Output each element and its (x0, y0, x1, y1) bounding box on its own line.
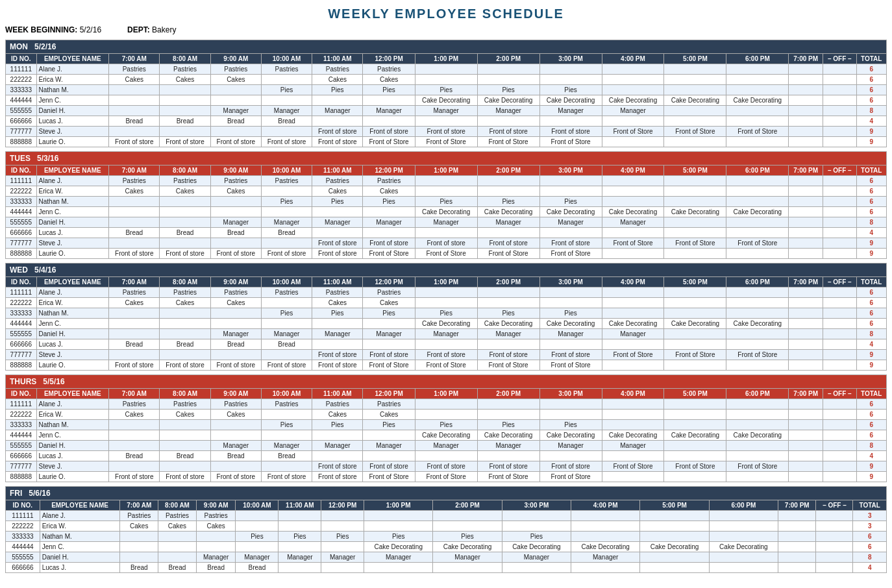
schedule-slot: Front of store (210, 249, 261, 259)
schedule-slot: Pastries (363, 399, 415, 410)
table-row: 222222Erica W.CakesCakesCakesCakesCakes6 (6, 298, 887, 308)
day-table-fri: FRI 5/6/16ID NO.EMPLOYEE NAME7:00 AM8:00… (5, 486, 887, 573)
employee-name: Daniel H. (40, 552, 120, 563)
schedule-slot: Bread (196, 563, 236, 573)
schedule-slot: Bread (261, 451, 312, 461)
schedule-slot (789, 451, 823, 461)
schedule-slot: Manager (210, 329, 261, 339)
schedule-slot (602, 451, 664, 461)
schedule-slot: Front of Store (415, 137, 477, 147)
schedule-slot: Front of store (539, 461, 602, 472)
off-cell (823, 137, 856, 147)
schedule-slot (726, 106, 789, 116)
schedule-slot (210, 308, 261, 319)
schedule-slot: Manager (312, 329, 363, 339)
total-cell: 6 (856, 288, 887, 298)
schedule-slot (363, 339, 415, 350)
schedule-slot (664, 85, 726, 95)
schedule-slot (433, 511, 502, 521)
off-cell (823, 197, 856, 207)
day-table-wed: WED 5/4/16ID NO.EMPLOYEE NAME7:00 AM8:00… (5, 263, 887, 371)
schedule-slot: Manager (539, 441, 602, 451)
schedule-slot (477, 228, 539, 238)
schedule-slot: Front of Store (664, 238, 726, 249)
schedule-slot: Cakes (109, 186, 160, 197)
schedule-slot: Cakes (312, 186, 363, 197)
schedule-slot (789, 472, 823, 482)
off-cell (816, 521, 853, 532)
schedule-slot: Manager (210, 106, 261, 116)
schedule-slot: Front of store (261, 249, 312, 259)
schedule-slot: Manager (363, 329, 415, 339)
schedule-slot (236, 521, 279, 532)
schedule-slot (210, 420, 261, 430)
schedule-slot (160, 95, 210, 106)
schedule-slot (789, 228, 823, 238)
schedule-slot (160, 319, 210, 329)
employee-name: Daniel H. (36, 329, 109, 339)
employee-id: 777777 (6, 127, 37, 137)
table-row: 555555Daniel H.ManagerManagerManagerMana… (6, 217, 887, 228)
schedule-slot: Front of store (261, 472, 312, 482)
schedule-slot: Pies (312, 197, 363, 207)
schedule-slot (109, 127, 160, 137)
schedule-slot (726, 399, 789, 410)
schedule-slot: Front of store (210, 472, 261, 482)
table-row: 111111Alane J.PastriesPastriesPastriesPa… (6, 399, 887, 410)
table-row: 888888Laurie O.Front of storeFront of st… (6, 249, 887, 259)
schedule-slot (236, 511, 279, 521)
day-header-tues: TUES 5/3/16 (6, 152, 887, 165)
schedule-slot (789, 106, 823, 116)
schedule-slot: Cake Decorating (664, 95, 726, 106)
employee-name: Erica W. (36, 186, 109, 197)
schedule-slot (539, 186, 602, 197)
schedule-slot (789, 441, 823, 451)
schedule-slot: Pies (312, 85, 363, 95)
day-header-wed: WED 5/4/16 (6, 263, 887, 277)
schedule-slot (415, 288, 477, 298)
employee-id: 888888 (6, 472, 37, 482)
schedule-slot: Cakes (312, 75, 363, 85)
schedule-slot: Manager (433, 552, 502, 563)
employee-id: 333333 (6, 85, 37, 95)
schedule-slot (789, 249, 823, 259)
schedule-slot: Cake Decorating (664, 430, 726, 441)
schedule-slot: Front of Store (477, 472, 539, 482)
schedule-slot: Bread (210, 116, 261, 127)
total-cell: 9 (856, 350, 887, 360)
schedule-slot: Pies (415, 197, 477, 207)
schedule-slot (664, 176, 726, 186)
schedule-slot: Front of store (363, 238, 415, 249)
schedule-slot: Manager (363, 217, 415, 228)
schedule-slot (602, 420, 664, 430)
schedule-slot (789, 137, 823, 147)
off-cell (823, 472, 856, 482)
employee-name: Lucas J. (40, 563, 120, 573)
schedule-slot (261, 319, 312, 329)
total-cell: 4 (856, 451, 887, 461)
schedule-slot: Manager (415, 441, 477, 451)
schedule-slot: Front of store (539, 350, 602, 360)
employee-id: 444444 (6, 319, 37, 329)
employee-id: 555555 (6, 441, 37, 451)
schedule-slot (602, 85, 664, 95)
schedule-slot: Pies (363, 197, 415, 207)
schedule-slot (210, 127, 261, 137)
schedule-slot: Bread (120, 563, 158, 573)
schedule-slot: Pastries (261, 176, 312, 186)
table-row: 222222Erica W.CakesCakesCakesCakesCakes6 (6, 186, 887, 197)
schedule-slot: Cake Decorating (539, 430, 602, 441)
total-cell: 6 (856, 319, 887, 329)
schedule-slot: Front of store (261, 360, 312, 371)
schedule-slot: Front of store (160, 360, 210, 371)
schedule-slot: Cakes (363, 75, 415, 85)
schedule-slot (477, 176, 539, 186)
schedule-slot (477, 451, 539, 461)
schedule-slot: Cake Decorating (415, 207, 477, 217)
schedule-slot: Pastries (363, 64, 415, 75)
schedule-slot: Cake Decorating (477, 95, 539, 106)
employee-name: Lucas J. (36, 339, 109, 350)
schedule-slot: Front of Store (726, 127, 789, 137)
schedule-slot: Bread (210, 228, 261, 238)
total-cell: 6 (856, 410, 887, 420)
